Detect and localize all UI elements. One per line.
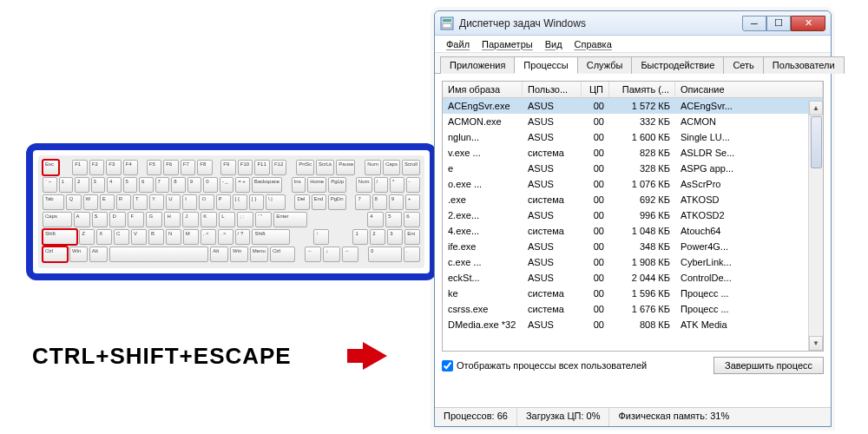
tab-3[interactable]: Быстродействие — [631, 56, 724, 74]
key-a: A — [74, 212, 90, 227]
key-space — [331, 229, 351, 245]
key-7: 7 — [355, 194, 370, 210]
key-f8: F8 — [197, 160, 213, 175]
key-ins: Ins — [292, 177, 306, 193]
key-2: 2 — [75, 177, 89, 193]
key-home: Home — [307, 177, 326, 193]
col-image[interactable]: Имя образа — [443, 82, 523, 97]
key-8: 8 — [372, 194, 387, 210]
key-b: B — [148, 229, 164, 245]
key-n: N — [166, 229, 181, 245]
key-f12: F12 — [272, 160, 287, 175]
tab-strip: ПриложенияПроцессыСлужбыБыстродействиеСе… — [435, 53, 831, 74]
table-row[interactable]: ACMON.exeASUS00332 КБACMON — [443, 114, 823, 129]
maximize-button[interactable]: ☐ — [766, 16, 791, 31]
table-row[interactable]: 4.exe...система001 048 КБAtouch64 — [443, 223, 823, 239]
col-mem[interactable]: Память (... — [609, 82, 675, 97]
table-row[interactable]: csrss.exeсистема001 676 КБПроцесс ... — [443, 301, 823, 317]
key-enter: Enter — [273, 212, 306, 227]
scroll-down-button[interactable]: ▼ — [809, 336, 823, 351]
key-num: Num — [365, 160, 381, 175]
key-ctrl: Ctrl — [43, 247, 68, 262]
tab-2[interactable]: Службы — [577, 56, 633, 74]
scroll-up-button[interactable]: ▲ — [809, 101, 823, 115]
taskmgr-icon — [440, 16, 454, 30]
table-row[interactable]: ife.exeASUS00348 КБPower4G... — [443, 239, 823, 254]
menu-item[interactable]: Параметры — [476, 37, 539, 51]
vertical-scrollbar[interactable]: ▲ ▼ — [808, 101, 823, 351]
menu-item[interactable]: Справка — [569, 37, 618, 51]
table-row[interactable]: 2.exe...ASUS00996 КБATKOSD2 — [443, 207, 823, 223]
key-alt: Alt — [89, 247, 108, 262]
key-3: 3 — [387, 229, 403, 245]
menu-item[interactable]: Файл — [440, 37, 476, 51]
tab-4[interactable]: Сеть — [723, 56, 763, 74]
key--: [ { — [233, 194, 247, 210]
key-space — [288, 160, 294, 175]
menu-item[interactable]: Вид — [539, 37, 569, 51]
key-5: 5 — [385, 212, 402, 227]
key-4: 4 — [367, 212, 384, 227]
col-cpu[interactable]: ЦП — [582, 82, 609, 97]
arrow-right-icon — [363, 342, 387, 370]
key-6: 6 — [404, 212, 420, 227]
scroll-thumb[interactable] — [811, 116, 822, 168]
key-space — [357, 160, 363, 175]
key--: ` ~ — [43, 177, 57, 193]
table-row[interactable]: .exeсистема00692 КБATKOSD — [443, 192, 823, 207]
key-q: Q — [66, 194, 81, 210]
key-u: U — [166, 194, 181, 210]
key-p: P — [216, 194, 231, 210]
col-user[interactable]: Пользо... — [523, 82, 582, 97]
key-space — [284, 177, 290, 193]
key-shift: Shift — [252, 229, 289, 245]
close-button[interactable]: ✕ — [791, 16, 825, 31]
key-l: L — [219, 212, 235, 227]
table-row[interactable]: nglun...ASUS001 600 КБSingle LU... — [443, 129, 823, 145]
key-9: 9 — [389, 194, 404, 210]
key-x: X — [96, 229, 112, 245]
key-3: 3 — [91, 177, 106, 193]
key--: . > — [218, 229, 233, 245]
key-f7: F7 — [181, 160, 196, 175]
key-g: G — [146, 212, 162, 227]
table-row[interactable]: o.exe ...ASUS001 076 КБAsScrPro — [443, 176, 823, 192]
svg-rect-2 — [443, 23, 451, 28]
table-row[interactable]: DMedia.exe *32ASUS00808 КБATK Media — [443, 317, 823, 332]
end-process-button[interactable]: Завершить процесс — [713, 357, 824, 374]
key-space — [348, 194, 354, 210]
table-row[interactable]: eckSt...ASUS002 044 КБControlDe... — [443, 270, 823, 286]
key--: ] } — [249, 194, 264, 210]
key-space — [214, 160, 219, 175]
process-table[interactable]: Имя образа Пользо... ЦП Память (... Опис… — [442, 81, 824, 352]
key-e: E — [100, 194, 115, 210]
table-row[interactable]: eASUS00328 КБASPG app... — [443, 161, 823, 176]
tab-1[interactable]: Процессы — [514, 56, 577, 74]
key-pause: Pause — [336, 160, 355, 175]
table-row[interactable]: v.exe ...система00828 КБASLDR Se... — [443, 145, 823, 161]
key-f10: F10 — [238, 160, 253, 175]
key-w: W — [83, 194, 98, 210]
col-desc[interactable]: Описание — [675, 82, 823, 97]
key-caps: Caps — [383, 160, 400, 175]
minimize-button[interactable]: ─ — [742, 16, 766, 31]
key-space — [309, 212, 366, 227]
table-row[interactable]: c.exe ...ASUS001 908 КБCyberLink... — [443, 254, 823, 270]
titlebar[interactable]: Диспетчер задач Windows ─ ☐ ✕ — [435, 11, 831, 36]
shortcut-text: CTRL+SHIFT+ESCAPE — [32, 343, 292, 370]
show-all-users-checkbox[interactable]: Отображать процессы всех пользователей — [442, 360, 647, 372]
key-space — [348, 177, 354, 193]
key-f4: F4 — [123, 160, 139, 175]
key-f6: F6 — [163, 160, 179, 175]
key-i: I — [182, 194, 197, 210]
table-header[interactable]: Имя образа Пользо... ЦП Память (... Опис… — [443, 82, 823, 98]
table-row[interactable]: ACEngSvr.exeASUS001 572 КБACEngSvr... — [443, 98, 823, 114]
table-row[interactable]: keсистема001 596 КБПроцесс ... — [443, 286, 823, 301]
tab-5[interactable]: Пользователи — [763, 56, 845, 74]
key-0: 0 — [203, 177, 218, 193]
tab-0[interactable]: Приложения — [440, 56, 515, 74]
key--: ; : — [237, 212, 253, 227]
key-caps: Caps — [43, 212, 72, 227]
key--: - — [406, 177, 421, 193]
key--: - _ — [220, 177, 234, 193]
